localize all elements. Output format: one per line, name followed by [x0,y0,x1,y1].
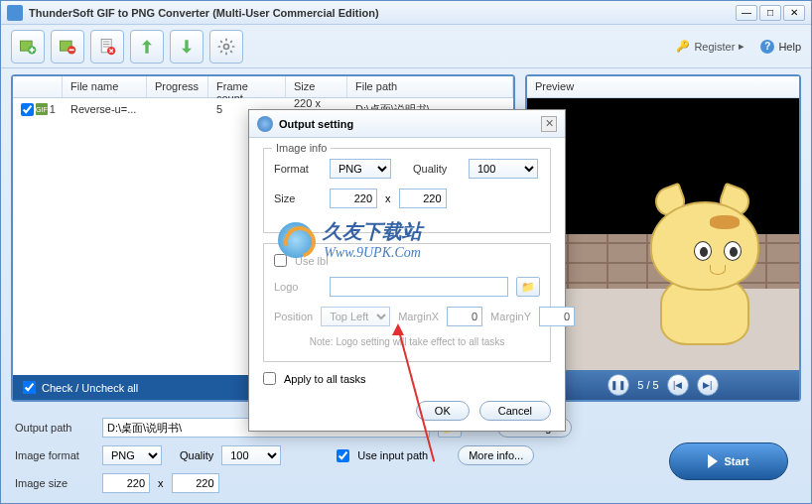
preview-controls: ❚❚ 5 / 5 |◀ ▶| [527,370,799,400]
gif-icon: GIF [36,103,48,115]
dlg-logo-label: Logo [274,281,322,293]
size-x: x [158,477,164,489]
window-title: ThunderSoft GIF to PNG Converter (Multi-… [29,7,736,19]
register-link[interactable]: 🔑Register▸ [676,40,744,53]
dlg-size-label: Size [274,192,322,204]
dlg-position-select: Top Left [321,307,390,326]
row-checkbox[interactable] [21,103,34,116]
cell-progress [147,105,208,113]
settings-button[interactable] [209,30,243,63]
dlg-cancel-button[interactable]: Cancel [479,401,551,421]
height-input[interactable] [172,473,219,493]
image-info-fieldset: Image info Format PNG Quality 100 Size x [263,148,551,233]
preview-image [527,98,799,370]
dlg-position-label: Position [274,311,313,322]
dlg-marginy-input [539,307,575,326]
dlg-logo-input [330,277,508,297]
app-icon [7,5,23,21]
more-info-button[interactable]: More info... [458,445,534,465]
use-input-path-label: Use input path [357,449,428,461]
prev-frame-button[interactable]: |◀ [667,374,689,396]
output-path-label: Output path [15,422,94,434]
maximize-button[interactable]: □ [759,5,781,21]
image-format-select[interactable]: PNG [102,445,162,465]
titlebar: ThunderSoft GIF to PNG Converter (Multi-… [1,1,811,25]
dlg-format-select[interactable]: PNG [330,159,391,179]
output-setting-dialog: Output setting ✕ Image info Format PNG Q… [248,109,566,432]
svg-point-6 [224,44,229,49]
cell-filename: Reverse-u=... [63,99,147,119]
quality-label: Quality [180,449,213,461]
quality-select[interactable]: 100 [221,445,281,465]
dlg-marginy-label: MarginY [490,311,531,322]
image-info-legend: Image info [272,142,331,154]
check-all-label: Check / Uncheck all [42,382,138,394]
dlg-quality-label: Quality [413,163,461,175]
minimize-button[interactable]: — [736,5,757,21]
preview-panel: Preview ❚❚ 5 / 5 |◀ ▶| [525,74,801,402]
dlg-width-input[interactable] [330,189,377,208]
dlg-use-label: Use lbl [295,255,342,267]
dlg-format-label: Format [274,163,322,175]
move-down-button[interactable] [170,30,203,63]
col-filename[interactable]: File name [63,76,147,97]
remove-file-button[interactable] [51,30,84,63]
col-filepath[interactable]: File path [347,76,513,97]
dialog-titlebar: Output setting ✕ [249,110,565,138]
dialog-icon [257,116,273,132]
move-up-button[interactable] [130,30,164,63]
dlg-apply-all-checkbox[interactable] [263,372,276,385]
dlg-marginx-label: MarginX [398,311,439,322]
col-framecount[interactable]: Frame count [208,76,286,97]
dlg-use-logo-checkbox[interactable] [274,254,287,267]
dialog-title-text: Output setting [279,118,535,130]
logo-fieldset: Use lbl Logo 📁 Position Top Left MarginX… [263,243,551,362]
help-link[interactable]: ?Help [760,40,801,54]
dlg-height-input[interactable] [399,189,447,208]
clear-list-button[interactable] [90,30,124,63]
key-icon: 🔑 [676,40,690,53]
pause-button[interactable]: ❚❚ [608,374,629,396]
next-frame-button[interactable]: ▶| [697,374,719,396]
dlg-ok-button[interactable]: OK [416,401,470,421]
dlg-note: Note: Logo setting will take effect to a… [274,336,540,347]
help-icon: ? [760,40,774,54]
close-button[interactable]: ✕ [783,5,805,21]
dialog-close-button[interactable]: ✕ [541,116,557,132]
dlg-apply-all-label: Apply to all tasks [284,373,366,385]
preview-title: Preview [527,76,799,98]
dlg-quality-select[interactable]: 100 [469,159,538,179]
image-size-label: Image size [15,477,94,489]
add-file-button[interactable] [11,30,45,63]
use-input-path-checkbox[interactable] [337,449,349,462]
frame-counter: 5 / 5 [637,379,658,391]
folder-icon: 📁 [521,281,535,294]
dlg-logo-browse-button[interactable]: 📁 [516,277,540,297]
image-format-label: Image format [15,449,94,461]
table-header: File name Progress Frame count Size File… [13,76,513,98]
col-progress[interactable]: Progress [147,76,208,97]
start-button[interactable]: Start [669,442,788,480]
check-all-checkbox[interactable] [23,381,36,394]
width-input[interactable] [102,473,150,493]
dlg-marginx-input [447,307,482,326]
toolbar: 🔑Register▸ ?Help [1,25,811,68]
